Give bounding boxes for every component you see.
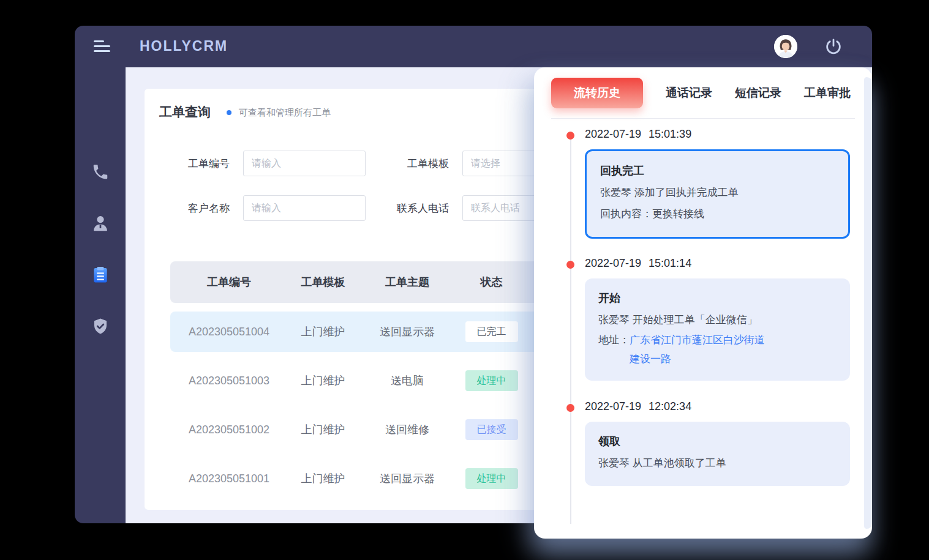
timeline-dot-icon	[566, 261, 574, 269]
contacts-icon	[91, 214, 110, 233]
tab-sms-records[interactable]: 短信记录	[735, 85, 781, 101]
logout-power-icon[interactable]	[824, 37, 843, 56]
cell-template: 上门维护	[288, 422, 358, 437]
status-badge: 已接受	[465, 419, 518, 440]
top-bar: HOLLYCRM	[75, 26, 872, 67]
cell-subject: 送电脑	[358, 373, 456, 388]
cell-order-id: A202305051003	[170, 375, 288, 387]
timeline-card-title: 回执完工	[600, 163, 835, 178]
address-link[interactable]: 广东省江门市蓬江区白沙街道 建设一路	[630, 330, 765, 368]
timeline-card-line: 回执内容：更换转接线	[600, 203, 835, 225]
tabs-divider	[551, 118, 855, 119]
col-header-subject: 工单主题	[358, 275, 456, 289]
circulation-timeline: 2022-07-19 15:01:39 回执完工 张爱琴 添加了回执并完成工单 …	[534, 126, 850, 486]
detail-tabs: 流转历史 通话记录 短信记录 工单审批	[551, 78, 855, 108]
cell-template: 上门维护	[288, 324, 358, 339]
user-avatar[interactable]	[774, 35, 797, 58]
panel-scroll-track[interactable]	[864, 77, 872, 529]
shield-check-icon	[91, 317, 110, 335]
customer-name-input[interactable]	[243, 195, 366, 221]
workorder-detail-panel: 流转历史 通话记录 短信记录 工单审批 2022-07-19 15:01:39 …	[534, 67, 872, 539]
cell-template: 上门维护	[288, 471, 358, 486]
timeline-card[interactable]: 领取 张爱琴 从工单池领取了工单	[585, 422, 850, 486]
cell-subject: 送回显示器	[358, 324, 456, 339]
sidebar-item-workorders[interactable]	[91, 265, 110, 285]
timeline-entry: 2022-07-19 15:01:14 开始 张爱琴 开始处理工单「企业微信」 …	[534, 255, 850, 381]
timeline-timestamp: 2022-07-19 15:01:39	[585, 126, 850, 141]
col-header-template: 工单模板	[288, 275, 358, 289]
timeline-entry: 2022-07-19 15:01:39 回执完工 张爱琴 添加了回执并完成工单 …	[534, 126, 850, 239]
page-subtitle: 可查看和管理所有工单	[239, 106, 331, 119]
app-logo: HOLLYCRM	[140, 38, 228, 54]
cell-order-id: A202305051004	[170, 326, 288, 338]
timeline-timestamp: 2022-07-19 12:02:34	[585, 398, 850, 413]
subtitle-dot	[227, 110, 231, 115]
cell-subject: 送回显示器	[358, 471, 456, 486]
sidebar-item-security[interactable]	[91, 316, 110, 336]
timeline-dot-icon	[566, 404, 574, 412]
timeline-entry: 2022-07-19 12:02:34 领取 张爱琴 从工单池领取了工单	[534, 398, 850, 486]
menu-toggle-icon[interactable]	[94, 40, 112, 54]
address-line: 广东省江门市蓬江区白沙街道	[630, 330, 765, 349]
timeline-card-title: 领取	[598, 434, 837, 449]
cell-order-id: A202305051002	[170, 424, 288, 436]
cell-order-id: A202305051001	[170, 472, 288, 485]
address-label: 地址：	[598, 330, 630, 368]
order-id-input[interactable]	[243, 151, 366, 176]
timeline-card-line: 张爱琴 从工单池领取了工单	[598, 452, 837, 474]
address-row: 地址： 广东省江门市蓬江区白沙街道 建设一路	[598, 330, 837, 368]
filter-label-template: 工单模板	[379, 157, 449, 171]
timeline-timestamp: 2022-07-19 15:01:14	[585, 255, 850, 270]
address-line: 建设一路	[630, 349, 765, 368]
timeline-card[interactable]: 开始 张爱琴 开始处理工单「企业微信」 地址： 广东省江门市蓬江区白沙街道 建设…	[585, 278, 850, 381]
cell-subject: 送回维修	[358, 422, 456, 437]
timeline-dot-icon	[566, 132, 574, 140]
col-header-status: 状态	[456, 275, 527, 289]
tab-workorder-approval[interactable]: 工单审批	[804, 85, 851, 101]
cell-template: 上门维护	[288, 373, 358, 388]
page-title: 工单查询	[159, 103, 211, 121]
sidebar-item-calls[interactable]	[91, 162, 110, 182]
workorder-clipboard-icon	[91, 265, 110, 285]
tab-circulation-history[interactable]: 流转历史	[551, 78, 643, 108]
sidebar-item-contacts[interactable]	[91, 214, 110, 233]
timeline-card-selected[interactable]: 回执完工 张爱琴 添加了回执并完成工单 回执内容：更换转接线	[585, 149, 850, 239]
status-badge: 已完工	[465, 321, 518, 342]
filter-label-contact-phone: 联系人电话	[379, 201, 449, 215]
status-badge: 处理中	[465, 370, 518, 391]
timeline-card-title: 开始	[598, 291, 837, 305]
filter-label-order-id: 工单编号	[173, 157, 230, 171]
filter-form: 工单编号 工单模板 客户名称 联系人电话	[173, 151, 585, 221]
col-header-order-id: 工单编号	[170, 275, 288, 289]
sidebar-nav	[75, 67, 126, 523]
timeline-card-line: 张爱琴 添加了回执并完成工单	[600, 182, 835, 203]
filter-label-customer: 客户名称	[173, 201, 230, 215]
status-badge: 处理中	[465, 468, 518, 489]
tab-call-records[interactable]: 通话记录	[666, 85, 712, 101]
avatar-image	[774, 35, 797, 58]
phone-icon	[91, 163, 110, 181]
timeline-card-line: 张爱琴 开始处理工单「企业微信」	[598, 309, 837, 330]
